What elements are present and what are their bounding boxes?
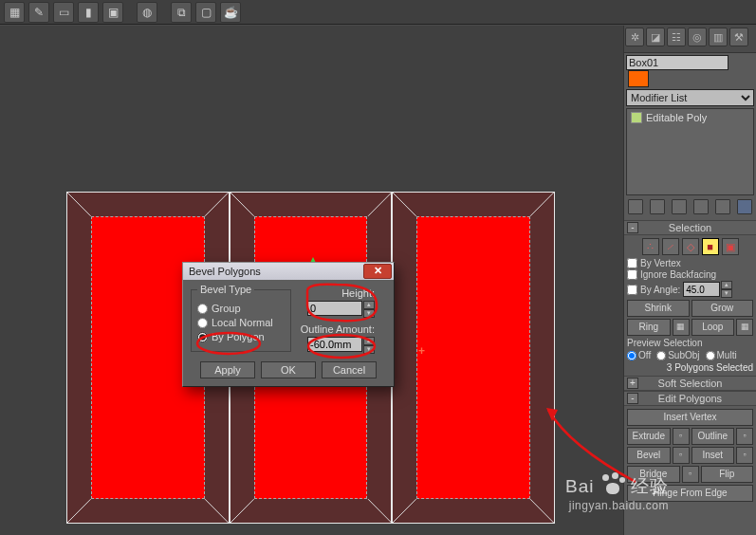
- object-color-swatch[interactable]: [628, 70, 649, 87]
- make-unique-icon[interactable]: [672, 199, 687, 214]
- bevel-button[interactable]: Bevel: [627, 447, 671, 464]
- outline-down-icon[interactable]: ▾: [363, 345, 375, 354]
- remove-modifier-icon[interactable]: [693, 199, 709, 214]
- svg-line-0: [67, 193, 91, 216]
- loop-button[interactable]: Loop: [691, 319, 735, 336]
- command-panel-tabs: ✲ ◪ ☷ ◎ ▥ ⚒: [624, 26, 756, 53]
- pivot-marker-icon: +: [418, 344, 425, 358]
- stack-button-row: [626, 197, 754, 216]
- by-angle-label: By Angle:: [640, 285, 680, 295]
- toolbar-materials-icon[interactable]: ▮: [78, 2, 99, 23]
- bevel-polygon-radio[interactable]: [197, 332, 208, 342]
- extrude-settings-icon[interactable]: ▫: [673, 428, 690, 445]
- rollout-editpolygons-title: Edit Polygons: [658, 393, 722, 404]
- toolbar-window-icon[interactable]: ▭: [53, 2, 74, 23]
- svg-line-1: [205, 193, 229, 216]
- panel-3: [392, 192, 555, 524]
- svg-line-11: [530, 499, 554, 523]
- svg-line-2: [67, 499, 91, 523]
- pin-stack-icon[interactable]: [628, 199, 643, 214]
- rollout-selection-title: Selection: [669, 222, 711, 233]
- ring-button[interactable]: Ring: [627, 319, 671, 336]
- preview-multi-radio[interactable]: [706, 351, 715, 360]
- tab-modify[interactable]: ◪: [646, 28, 665, 46]
- rollout-selection-header[interactable]: - Selection: [624, 220, 756, 235]
- height-down-icon[interactable]: ▾: [363, 309, 375, 318]
- ok-button[interactable]: OK: [261, 361, 316, 378]
- subobj-polygon-icon[interactable]: ■: [702, 238, 719, 255]
- svg-line-6: [230, 499, 254, 523]
- outline-amount-label: Outline Amount:: [299, 323, 375, 335]
- tab-utilities[interactable]: ⚒: [729, 28, 748, 46]
- dialog-close-button[interactable]: ✕: [363, 264, 392, 279]
- angle-down-icon[interactable]: ▾: [721, 289, 732, 298]
- expand-icon[interactable]: +: [627, 378, 638, 389]
- subobj-border-icon[interactable]: ◇: [682, 238, 699, 255]
- toolbar-layout-icon[interactable]: ▦: [4, 2, 25, 23]
- stack-item[interactable]: Editable Poly: [631, 112, 749, 123]
- bevel-settings-icon[interactable]: ▫: [673, 447, 690, 464]
- stack-toggle-icon[interactable]: [631, 112, 642, 123]
- hinge-button[interactable]: Hinge From Edge: [627, 485, 753, 502]
- show-end-result-icon[interactable]: [650, 199, 665, 214]
- tab-hierarchy[interactable]: ☷: [667, 28, 686, 46]
- outline-up-icon[interactable]: ▴: [363, 337, 375, 345]
- flip-button[interactable]: Flip: [701, 466, 754, 483]
- height-up-icon[interactable]: ▴: [363, 301, 375, 309]
- bridge-settings-icon[interactable]: ▫: [682, 466, 699, 483]
- grow-button[interactable]: Grow: [691, 300, 754, 317]
- bevel-local-radio[interactable]: [197, 318, 208, 328]
- collapse-icon[interactable]: -: [627, 222, 638, 233]
- outline-amount-input[interactable]: [307, 337, 362, 352]
- toolbar-open-icon[interactable]: ✎: [28, 2, 49, 23]
- tab-create[interactable]: ✲: [625, 28, 644, 46]
- shrink-button[interactable]: Shrink: [627, 300, 690, 317]
- insert-vertex-button[interactable]: Insert Vertex: [627, 409, 753, 426]
- selection-count: 3 Polygons Selected: [627, 362, 753, 373]
- outline-settings-icon[interactable]: ▫: [736, 428, 753, 445]
- ignore-backfacing-checkbox[interactable]: [627, 269, 637, 280]
- subobj-element-icon[interactable]: ▣: [722, 238, 739, 255]
- face-3[interactable]: [416, 216, 530, 499]
- inset-button[interactable]: Inset: [691, 447, 735, 464]
- configure-sets-icon[interactable]: [715, 199, 730, 214]
- tab-motion[interactable]: ◎: [688, 28, 707, 46]
- height-input[interactable]: [307, 301, 362, 316]
- modifier-list-dropdown[interactable]: Modifier List: [626, 89, 754, 106]
- by-vertex-label: By Vertex: [640, 258, 681, 268]
- collapse-icon-2[interactable]: -: [627, 393, 638, 404]
- toolbar-render-icon[interactable]: ▣: [102, 2, 123, 23]
- by-vertex-checkbox[interactable]: [627, 258, 637, 268]
- subobj-edge-icon[interactable]: ⟋: [662, 238, 679, 255]
- apply-button[interactable]: Apply: [200, 361, 255, 378]
- bridge-button[interactable]: Bridge: [627, 466, 680, 483]
- bevel-group-radio[interactable]: [197, 304, 208, 314]
- inset-settings-icon[interactable]: ▫: [736, 447, 753, 464]
- toolbar-globe-icon[interactable]: ◍: [137, 2, 157, 23]
- toolbar-paste-icon[interactable]: ▢: [195, 2, 216, 23]
- cancel-button[interactable]: Cancel: [322, 361, 377, 378]
- loop-spinner-icon[interactable]: ▦: [736, 319, 753, 336]
- rollout-editpolygons-header[interactable]: - Edit Polygons: [624, 391, 756, 406]
- toolbar-copy-icon[interactable]: ⧉: [171, 2, 192, 23]
- preview-off-radio[interactable]: [627, 351, 636, 360]
- toolbar-teapot-icon[interactable]: ☕: [220, 2, 241, 23]
- ring-spinner-icon[interactable]: ▦: [673, 319, 690, 336]
- object-name-input[interactable]: [626, 55, 728, 70]
- dialog-titlebar[interactable]: Bevel Polygons ✕: [183, 263, 394, 280]
- tab-display[interactable]: ▥: [709, 28, 728, 46]
- svg-line-9: [530, 193, 554, 216]
- rollout-softselection-header[interactable]: + Soft Selection: [624, 376, 756, 391]
- bevel-local-label: Local Normal: [212, 317, 273, 328]
- outline-button[interactable]: Outline: [691, 428, 735, 445]
- by-angle-checkbox[interactable]: [627, 285, 637, 295]
- by-angle-input[interactable]: [683, 282, 720, 297]
- extrude-button[interactable]: Extrude: [627, 428, 671, 445]
- angle-up-icon[interactable]: ▴: [721, 281, 732, 289]
- save-preset-icon[interactable]: [737, 199, 752, 214]
- modifier-stack[interactable]: Editable Poly: [626, 108, 754, 195]
- preview-subobj-radio[interactable]: [656, 351, 666, 360]
- bevel-polygons-dialog: Bevel Polygons ✕ Bevel Type Group Local …: [182, 262, 395, 387]
- svg-line-7: [368, 499, 392, 523]
- subobj-vertex-icon[interactable]: ∴: [642, 238, 659, 255]
